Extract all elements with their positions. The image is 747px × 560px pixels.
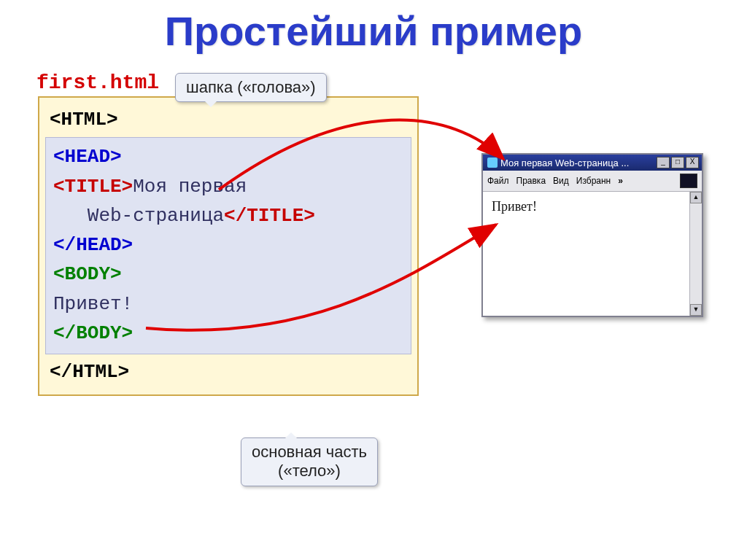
menu-more-chevron-icon[interactable]: »: [618, 176, 623, 186]
callout-body: основная часть («тело»): [241, 438, 378, 486]
tag-html-close: </HTML>: [50, 361, 129, 383]
tag-head-close: </HEAD>: [53, 234, 133, 256]
tag-title-close: </TITLE>: [224, 205, 315, 227]
title-text-line1: Моя первая: [133, 176, 247, 198]
menu-view[interactable]: Вид: [553, 176, 569, 186]
minimize-button[interactable]: _: [657, 157, 670, 168]
scroll-up-button[interactable]: ▲: [690, 192, 702, 203]
tag-body-open: <BODY>: [53, 263, 122, 285]
menu-edit[interactable]: Правка: [516, 176, 546, 186]
tag-body-close: </BODY>: [53, 322, 133, 344]
body-text: Привет!: [53, 293, 133, 315]
tag-head-open: <HEAD>: [53, 146, 122, 168]
tag-html-open: <HTML>: [50, 109, 118, 131]
menu-file[interactable]: Файл: [487, 176, 509, 186]
window-title-text: Моя первая Web-страница ...: [500, 158, 629, 168]
ie-icon: [487, 158, 498, 168]
throbber-icon: [680, 174, 697, 188]
window-titlebar: Моя первая Web-страница ... _ □ X: [483, 155, 702, 171]
filename-label: first.html: [36, 71, 159, 94]
browser-window: Моя первая Web-страница ... _ □ X Файл П…: [481, 153, 703, 317]
page-title: Простейший пример: [0, 7, 747, 55]
callout-head: шапка («голова»): [175, 73, 327, 102]
title-text-line2: Web-страница: [88, 205, 224, 227]
scroll-down-button[interactable]: ▼: [690, 304, 702, 316]
callout-body-line2: («тело»): [278, 462, 341, 480]
browser-content: Привет! ▲ ▼: [483, 192, 702, 316]
head-section: <HEAD> <TITLE>Моя первая Web-страница</T…: [45, 137, 411, 354]
tag-title-open: <TITLE>: [53, 176, 133, 198]
code-block: <HTML> <HEAD> <TITLE>Моя первая Web-стра…: [38, 96, 419, 396]
menu-favorites[interactable]: Избранн: [576, 176, 611, 186]
menu-bar: Файл Правка Вид Избранн »: [483, 171, 702, 192]
page-body-text: Привет!: [492, 199, 537, 214]
callout-body-line1: основная часть: [252, 443, 367, 461]
vertical-scrollbar[interactable]: ▲ ▼: [689, 192, 702, 316]
maximize-button[interactable]: □: [671, 157, 684, 168]
close-button[interactable]: X: [686, 157, 699, 168]
